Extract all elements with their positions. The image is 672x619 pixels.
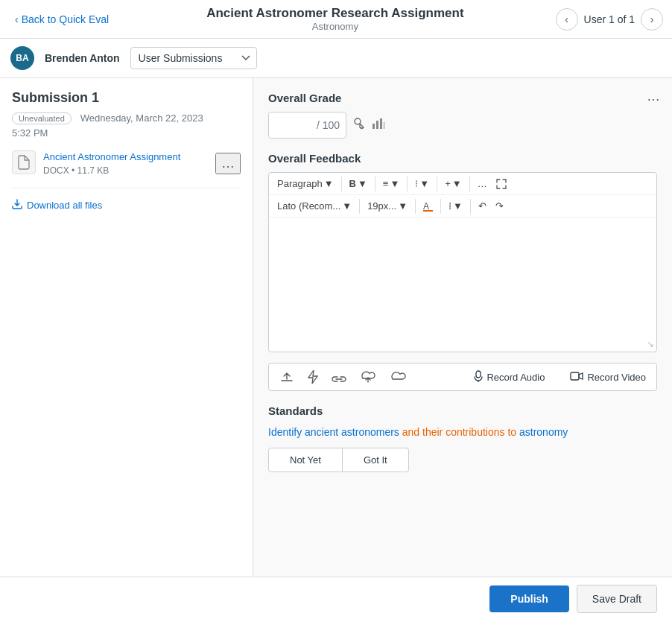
font-dropdown[interactable]: Lato (Recom... ▼	[273, 198, 355, 214]
svg-rect-3	[380, 118, 382, 129]
chevron-down-icon: ▼	[342, 200, 352, 212]
file-item: Ancient Astronomer Assignment DOCX • 11.…	[12, 150, 241, 188]
mic-icon	[474, 370, 483, 384]
toolbar-sep5	[469, 177, 470, 191]
grade-input-wrap: / 100	[268, 112, 346, 139]
cloud-upload-icon-button[interactable]	[360, 371, 376, 383]
header: ‹ Back to Quick Eval Ancient Astronomer …	[0, 0, 672, 39]
user-count: User 1 of 1	[584, 13, 635, 25]
got-it-button[interactable]: Got It	[343, 448, 409, 472]
svg-rect-1	[373, 124, 375, 129]
submission-time: 5:32 PM	[12, 127, 241, 139]
chevron-down-icon: ▼	[419, 178, 429, 189]
upload-icon-button[interactable]	[279, 370, 294, 384]
resize-handle[interactable]	[248, 78, 253, 577]
back-button[interactable]: ‹ Back to Quick Eval	[9, 10, 115, 28]
file-icon	[12, 150, 36, 174]
page-subtitle: Astronomy	[115, 21, 555, 32]
svg-rect-7	[476, 371, 481, 378]
paragraph-dropdown[interactable]: Paragraph ▼	[273, 176, 337, 191]
toolbar-sep8	[440, 199, 441, 214]
publish-button[interactable]: Publish	[489, 585, 569, 612]
left-panel: Submission 1 Unevaluated Wednesday, Marc…	[0, 78, 253, 577]
not-yet-button[interactable]: Not Yet	[268, 448, 343, 472]
chevron-down-icon: ▼	[324, 178, 334, 189]
text-color-button[interactable]: A	[419, 199, 437, 214]
next-user-button[interactable]: ›	[641, 8, 663, 31]
footer: Publish Save Draft	[0, 577, 672, 619]
user-submissions-dropdown[interactable]: User Submissions	[130, 47, 257, 69]
svg-rect-9	[571, 372, 579, 380]
align-button[interactable]: ≡ ▼	[379, 176, 403, 191]
toolbar-sep7	[415, 199, 416, 214]
header-title-block: Ancient Astronomer Research Assignment A…	[115, 6, 555, 32]
avatar: BA	[10, 46, 34, 70]
media-toolbar: Record Audio Record Video	[268, 363, 657, 391]
download-all-button[interactable]: Download all files	[12, 199, 102, 212]
back-label: Back to Quick Eval	[22, 13, 110, 25]
prev-user-button[interactable]: ‹	[556, 8, 578, 31]
editor-toolbar-row2: Lato (Recom... ▼ 19px... ▼ A ⁞ ▼	[269, 195, 656, 218]
link-icon-button[interactable]	[332, 372, 346, 382]
svg-text:A: A	[423, 201, 429, 212]
chart-icon[interactable]	[372, 118, 385, 133]
save-draft-button[interactable]: Save Draft	[577, 585, 657, 613]
svg-rect-6	[423, 210, 433, 212]
right-panel: … Overall Grade / 100	[253, 78, 672, 577]
toolbar-sep6	[359, 199, 360, 214]
bold-button[interactable]: B ▼	[346, 176, 371, 191]
toolbar-sep1	[341, 177, 342, 191]
line-height-button[interactable]: ⁞ ▼	[445, 198, 466, 214]
grade-input[interactable]	[269, 112, 314, 138]
video-camera-icon	[570, 371, 583, 383]
submission-title: Submission 1	[12, 90, 241, 106]
feedback-editor: Paragraph ▼ B ▼ ≡ ▼ ⁝ ▼ + ▼ …	[268, 172, 657, 352]
page-title: Ancient Astronomer Research Assignment	[115, 6, 555, 21]
file-info: Ancient Astronomer Assignment DOCX • 11.…	[43, 150, 208, 176]
standard-highlight: and their contributions to	[402, 426, 516, 438]
panel-more-button[interactable]: …	[647, 89, 660, 104]
more-toolbar-button[interactable]: …	[474, 176, 491, 191]
insert-button[interactable]: + ▼	[441, 176, 465, 191]
sub-header: BA Brenden Anton User Submissions	[0, 39, 672, 78]
chevron-left-icon: ‹	[15, 13, 19, 25]
overall-feedback-label: Overall Feedback	[268, 152, 657, 165]
main-layout: Submission 1 Unevaluated Wednesday, Marc…	[0, 78, 672, 577]
chevron-down-icon: ▼	[398, 200, 408, 212]
download-icon	[12, 199, 22, 212]
undo-button[interactable]: ↶	[475, 198, 490, 214]
record-audio-button[interactable]: Record Audio	[474, 370, 545, 384]
submission-date: Wednesday, March 22, 2023	[80, 112, 203, 124]
standards-label: Standards	[268, 404, 657, 417]
redo-button[interactable]: ↷	[492, 198, 507, 214]
standard-item-text: Identify ancient astronomers and their c…	[268, 425, 657, 440]
svg-rect-4	[384, 122, 384, 129]
chevron-down-icon: ▼	[453, 200, 463, 212]
key-icon[interactable]	[354, 117, 364, 133]
unevaluated-badge: Unevaluated	[12, 112, 72, 124]
toolbar-sep9	[470, 199, 471, 214]
file-name[interactable]: Ancient Astronomer Assignment	[43, 150, 208, 164]
toolbar-sep3	[407, 177, 408, 191]
file-more-button[interactable]: …	[215, 153, 241, 174]
nav-controls: ‹ User 1 of 1 ›	[556, 8, 663, 31]
chevron-down-icon: ▼	[452, 178, 462, 189]
grade-denominator: / 100	[314, 119, 346, 131]
flash-icon-button[interactable]	[308, 369, 318, 384]
chevron-down-icon: ▼	[390, 178, 399, 189]
toolbar-sep4	[437, 177, 437, 191]
record-video-button[interactable]: Record Video	[570, 371, 646, 383]
user-name: Brenden Anton	[45, 52, 120, 64]
font-size-dropdown[interactable]: 19px... ▼	[364, 198, 411, 214]
editor-body[interactable]: ↘	[269, 218, 656, 352]
file-meta: DOCX • 11.7 KB	[43, 165, 208, 176]
list-button[interactable]: ⁝ ▼	[411, 176, 433, 191]
svg-rect-2	[376, 121, 378, 129]
fullscreen-button[interactable]	[492, 177, 510, 191]
grade-row: / 100	[268, 112, 657, 139]
chevron-down-icon: ▼	[358, 178, 367, 189]
cloud-icon-button[interactable]	[390, 372, 406, 382]
overall-grade-label: Overall Grade	[268, 92, 657, 104]
toolbar-sep2	[375, 177, 375, 191]
editor-resize-handle[interactable]: ↘	[647, 339, 654, 349]
